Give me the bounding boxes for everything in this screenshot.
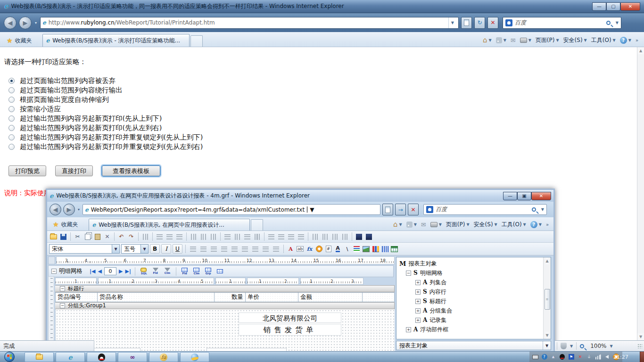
filter-field-button[interactable]: Fld: [151, 268, 160, 275]
field-list-button[interactable]: Fld: [180, 268, 190, 275]
help-tray-icon[interactable]: ?: [541, 354, 547, 360]
radio-option[interactable]: 根据页面输出宽度自动伸缩列: [8, 95, 637, 104]
combo-arrow-icon[interactable]: ▼: [112, 245, 119, 253]
column-header-cell[interactable]: 数量: [215, 292, 246, 302]
designer-address-bar[interactable]: e WebReport/DesignReport.aspx?report=4m.…: [83, 204, 380, 215]
home-button[interactable]: ⌂▼: [393, 220, 402, 229]
feeds-button[interactable]: ▼: [496, 37, 506, 43]
same-size-button[interactable]: [243, 232, 252, 241]
search-options-icon[interactable]: ▼: [616, 21, 619, 25]
save-report-button[interactable]: [59, 232, 68, 241]
history-dropdown-icon[interactable]: ▾: [35, 21, 37, 25]
center-horizontal-button[interactable]: [253, 232, 262, 241]
space-down-decrease-button[interactable]: [330, 232, 339, 241]
print-preview-button[interactable]: 打印预览: [8, 165, 46, 176]
main-scrollbar[interactable]: ▲ ▼: [637, 47, 644, 340]
copy-button[interactable]: [83, 232, 92, 241]
radio-icon[interactable]: [8, 106, 15, 112]
next-record-button[interactable]: ▶: [119, 268, 123, 274]
network-icon[interactable]: [595, 354, 601, 360]
history-dropdown-icon[interactable]: ▾: [78, 207, 80, 212]
align-top-button[interactable]: [189, 232, 198, 241]
collapse-band-icon[interactable]: −: [60, 286, 65, 291]
power-plug-icon[interactable]: ⏚: [586, 354, 592, 360]
maximize-button[interactable]: ▢: [606, 2, 620, 11]
delete-button[interactable]: ✕: [103, 232, 112, 241]
undo-button[interactable]: ↶: [117, 232, 126, 241]
group-list-button[interactable]: Grp: [204, 268, 213, 275]
security-flag-icon[interactable]: ⚑: [568, 354, 574, 360]
bold-button[interactable]: B: [150, 244, 160, 254]
taskbar-foxit-button[interactable]: fu: [149, 352, 178, 362]
main-tab[interactable]: e Web报表(B/S报表)演示 - 演示打印适应策略功能...: [42, 34, 190, 47]
tree-item[interactable]: + A 浮动部件框: [399, 325, 542, 334]
space-remove-button[interactable]: [297, 232, 305, 241]
radio-option[interactable]: 超过页面输出范围列内容绕行输出: [8, 85, 637, 95]
fill-color-button[interactable]: A: [334, 245, 342, 253]
radio-option[interactable]: 超过输出范围列内容另起新页打印并重复锁定列(先从上到下): [8, 132, 637, 142]
tree-root[interactable]: M 报表主对象: [399, 259, 542, 268]
doc-title-textbox[interactable]: 销售发货单: [239, 324, 341, 336]
protected-mode-icon[interactable]: [561, 343, 567, 349]
help-menu[interactable]: ?▼: [530, 221, 542, 228]
lock-position-button[interactable]: [141, 232, 150, 241]
insert-barcode-button[interactable]: [381, 245, 389, 253]
same-height-button[interactable]: [233, 232, 242, 241]
tools-menu[interactable]: 工具(O)▼: [502, 221, 526, 229]
print-button[interactable]: ▼: [520, 38, 531, 43]
clipped-textbox[interactable]: [206, 348, 287, 351]
italic-button[interactable]: I: [161, 244, 171, 254]
command-overflow-icon[interactable]: »: [546, 222, 549, 227]
expand-icon[interactable]: −: [406, 271, 411, 276]
tree-scrollbar[interactable]: ▲ ≡ ▼: [543, 257, 551, 339]
taskbar-explorer-button[interactable]: [25, 352, 54, 362]
expand-icon[interactable]: +: [406, 327, 411, 332]
insert-label-button[interactable]: ab: [296, 245, 304, 253]
expand-icon[interactable]: +: [415, 318, 421, 323]
close-button[interactable]: ✕: [531, 192, 551, 200]
forward-button[interactable]: ▶: [19, 16, 32, 29]
clock[interactable]: 21:27: [613, 354, 619, 360]
object-selector-combo[interactable]: 报表主对象 ▼: [396, 341, 551, 350]
stop-button[interactable]: ✕: [487, 17, 498, 29]
address-dropdown-icon[interactable]: ▼: [448, 17, 456, 28]
company-name-textbox[interactable]: 北风贸易有限公司: [239, 313, 341, 323]
scroll-down-icon[interactable]: ▼: [545, 332, 548, 339]
taskbar-browser-button[interactable]: [180, 352, 209, 362]
style-list-button[interactable]: [353, 245, 361, 253]
align-right-button[interactable]: [175, 232, 184, 241]
title-row-band[interactable]: − 标题行: [55, 285, 395, 292]
command-overflow-icon[interactable]: »: [636, 38, 638, 43]
send-to-back-button[interactable]: [364, 232, 373, 241]
page-menu[interactable]: 页面(P)▼: [446, 221, 470, 229]
column-header-cell[interactable]: 金额: [298, 292, 363, 302]
text-align-left-button[interactable]: [189, 245, 198, 254]
radio-icon[interactable]: [8, 125, 15, 131]
favorites-button[interactable]: ★ 收藏夹: [49, 218, 82, 230]
text-wrap-button[interactable]: [251, 245, 260, 254]
expand-icon[interactable]: +: [415, 299, 421, 304]
search-icon[interactable]: [532, 207, 536, 212]
expand-icon[interactable]: +: [415, 280, 421, 285]
new-tab-stub[interactable]: [251, 219, 263, 230]
tools-menu[interactable]: 工具(O)▼: [591, 36, 616, 44]
cut-button[interactable]: ✂: [73, 232, 82, 241]
column-header-cell[interactable]: 货品编号: [55, 292, 98, 302]
prev-record-button[interactable]: ◀: [98, 268, 101, 274]
column-header-cell[interactable]: 单价: [246, 292, 298, 302]
qq-tray-icon[interactable]: [559, 354, 565, 360]
space-across-button[interactable]: [267, 232, 276, 241]
start-button[interactable]: [4, 352, 15, 362]
back-button[interactable]: ◀: [50, 204, 61, 215]
read-mail-button[interactable]: ✉: [421, 221, 426, 228]
radio-option[interactable]: 超过输出范围列内容另起新页打印(先从上到下): [8, 114, 637, 123]
safety-menu[interactable]: 安全(S)▼: [563, 36, 587, 44]
refresh-button[interactable]: ↻: [474, 17, 485, 29]
designer-tab[interactable]: e Web报表(B/S报表)演示, 在网页中应用报表设计...: [89, 219, 250, 230]
text-clip-button[interactable]: [272, 245, 281, 254]
insert-pagenumber-button[interactable]: #: [324, 245, 332, 253]
paste-button[interactable]: [93, 232, 102, 241]
zoom-level[interactable]: 100%: [590, 343, 606, 349]
collapse-band-icon[interactable]: −: [60, 303, 65, 308]
home-button[interactable]: ⌂▼: [483, 36, 492, 44]
